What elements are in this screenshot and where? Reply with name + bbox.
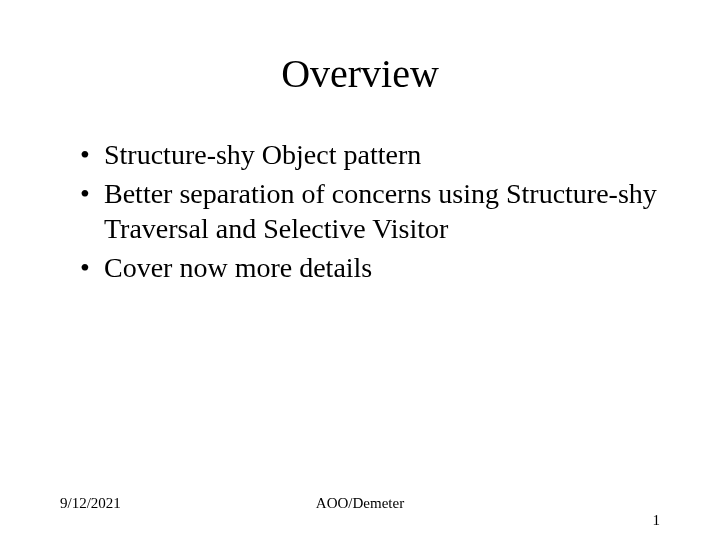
list-item: Cover now more details <box>80 250 660 285</box>
footer-center: AOO/Demeter <box>60 495 660 512</box>
slide: Overview Structure-shy Object pattern Be… <box>0 0 720 540</box>
footer-page-number: 1 <box>653 512 661 529</box>
slide-title: Overview <box>60 50 660 97</box>
list-item: Better separation of concerns using Stru… <box>80 176 660 246</box>
slide-footer: 9/12/2021 AOO/Demeter 1 <box>0 495 720 512</box>
footer-date: 9/12/2021 <box>60 495 121 512</box>
list-item: Structure-shy Object pattern <box>80 137 660 172</box>
bullet-list: Structure-shy Object pattern Better sepa… <box>60 137 660 285</box>
